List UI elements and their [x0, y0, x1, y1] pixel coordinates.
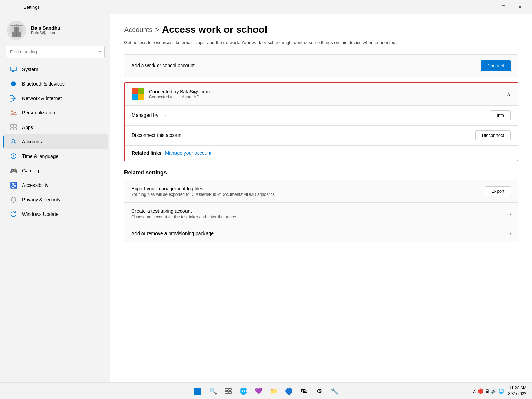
nav-privacy[interactable]: Privacy & security: [3, 192, 108, 207]
connected-info: Connected by BalaS@ .com Connected to Az…: [149, 89, 210, 99]
test-account-row[interactable]: Create a test-taking account Choose an a…: [124, 203, 518, 225]
nav-system[interactable]: System: [3, 62, 108, 77]
nav-network[interactable]: Network & internet: [3, 91, 108, 106]
nav-gaming[interactable]: 🎮 Gaming: [3, 163, 108, 178]
related-settings-title: Related settings: [124, 170, 518, 176]
manage-account-link[interactable]: Manage your account: [165, 150, 211, 156]
svg-rect-11: [14, 124, 16, 127]
svg-rect-12: [11, 128, 13, 130]
svg-rect-19: [229, 391, 231, 394]
titlebar-left: ← Settings: [4, 1, 40, 12]
disconnect-button[interactable]: Disconnect: [475, 130, 511, 140]
expand-button[interactable]: ∧: [506, 91, 511, 97]
breadcrumb: Accounts > Access work or school: [124, 24, 518, 35]
export-row[interactable]: Export your management log files Your lo…: [124, 180, 518, 203]
svg-point-9: [11, 111, 13, 112]
nav-accounts[interactable]: Accounts: [3, 134, 108, 149]
info-button[interactable]: Info: [490, 110, 511, 120]
close-button[interactable]: ✕: [512, 1, 528, 12]
export-subtitle: Your log files will be exported to: C:\U…: [131, 192, 275, 197]
export-row-text: Export your management log files Your lo…: [131, 186, 275, 197]
sidebar: Bala Sandhu BalaS@ .com ⌕ System ⬣ Bluet…: [0, 14, 110, 382]
start-button[interactable]: [192, 385, 204, 397]
meet-button[interactable]: 💜: [252, 385, 265, 397]
disconnect-row: Disconnect this account Disconnect: [125, 126, 518, 146]
breadcrumb-parent[interactable]: Accounts: [124, 26, 152, 34]
taskbar-search-button[interactable]: 🔍: [207, 385, 219, 397]
connect-button[interactable]: Connect: [481, 60, 511, 71]
svg-rect-10: [11, 124, 13, 127]
titlebar: ← Settings — ❐ ✕: [0, 0, 532, 14]
nav-winupdate[interactable]: Windows Update: [3, 207, 108, 221]
privacy-icon: [10, 196, 17, 203]
minimize-button[interactable]: —: [479, 1, 495, 12]
gaming-label: Gaming: [22, 168, 39, 173]
avatar: [7, 21, 26, 40]
disconnect-label: Disconnect this account: [132, 132, 183, 138]
tray-network[interactable]: 🔴: [478, 388, 483, 394]
managed-by-label: Managed by: [132, 112, 158, 118]
svg-rect-16: [225, 388, 228, 390]
test-account-subtitle: Choose an account for the test taker and…: [131, 215, 240, 219]
browser-button[interactable]: 🔵: [283, 385, 295, 397]
tray-wifi[interactable]: 🌐: [498, 388, 504, 394]
provisioning-right: ›: [509, 231, 511, 236]
managed-by-row: Managed by · · Info: [125, 106, 518, 126]
export-button[interactable]: Export: [485, 186, 511, 196]
back-button[interactable]: ←: [4, 1, 20, 12]
test-account-right: ›: [509, 211, 511, 217]
tray-volume[interactable]: 🔊: [491, 388, 497, 394]
nav-accessibility[interactable]: ♿ Accessibility: [3, 178, 108, 192]
apps-label: Apps: [22, 124, 33, 130]
nav-apps[interactable]: Apps: [3, 120, 108, 134]
taskbar-settings-button[interactable]: ⚙: [313, 385, 325, 397]
related-settings-card: Export your management log files Your lo…: [124, 180, 518, 242]
winupdate-label: Windows Update: [22, 211, 59, 217]
svg-rect-7: [12, 71, 14, 72]
time-label: Time & language: [22, 153, 58, 159]
chevron-right-icon: ›: [509, 211, 511, 217]
privacy-label: Privacy & security: [22, 197, 60, 202]
store-button[interactable]: 🛍: [298, 385, 310, 397]
search-input[interactable]: [6, 46, 105, 58]
tray-caret[interactable]: ∧: [473, 388, 476, 394]
maximize-button[interactable]: ❐: [495, 1, 511, 12]
connected-to-label: Connected to: [149, 94, 173, 99]
connected-title: Connected by BalaS@ .com: [149, 89, 210, 94]
nav-personalization[interactable]: Personalization: [3, 106, 108, 120]
export-title: Export your management log files: [131, 186, 275, 191]
system-tray: ∧ 🔴 🖥 🔊 🌐: [473, 388, 504, 394]
search-box: ⌕: [6, 46, 105, 58]
time-icon: [10, 152, 17, 160]
explorer-button[interactable]: 📁: [268, 385, 280, 397]
svg-rect-6: [11, 67, 16, 71]
test-account-title: Create a test-taking account: [131, 208, 240, 214]
taskbar-time[interactable]: 11:28 AM 8/31/2022: [508, 385, 526, 397]
task-view-button[interactable]: [222, 385, 234, 397]
accessibility-label: Accessibility: [22, 182, 48, 188]
provisioning-text: Add or remove a provisioning package: [131, 231, 214, 236]
system-icon: [10, 66, 17, 73]
nav-time[interactable]: Time & language: [3, 149, 108, 163]
date-display: 8/31/2022: [508, 391, 526, 397]
user-name: Bala Sandhu: [31, 25, 60, 31]
edge-button[interactable]: 🌐: [237, 385, 250, 397]
test-account-text: Create a test-taking account Choose an a…: [131, 208, 240, 219]
user-info: Bala Sandhu BalaS@ .com: [31, 25, 60, 36]
taskbar: 🔍 🌐 💜 📁 🔵 🛍 ⚙ 🔧 ∧ 🔴 🖥 🔊 🌐 11:28 AM 8/: [0, 382, 532, 399]
accounts-icon: [10, 138, 17, 146]
connected-subtitle: Connected to Azure AD: [149, 94, 210, 99]
nav-bluetooth[interactable]: ⬣ Bluetooth & devices: [3, 77, 108, 91]
svg-rect-13: [14, 128, 16, 130]
app-button[interactable]: 🔧: [328, 385, 341, 397]
titlebar-title: Settings: [23, 4, 40, 10]
add-account-row: Add a work or school account Connect: [124, 54, 518, 77]
chevron-right-icon2: ›: [509, 231, 511, 236]
managed-by-value: · ·: [165, 112, 170, 118]
provisioning-row[interactable]: Add or remove a provisioning package ›: [124, 225, 518, 242]
provisioning-title: Add or remove a provisioning package: [131, 231, 214, 236]
tray-display[interactable]: 🖥: [485, 388, 490, 394]
apps-icon: [10, 123, 17, 131]
svg-point-14: [12, 139, 15, 142]
microsoft-logo: [132, 88, 144, 100]
